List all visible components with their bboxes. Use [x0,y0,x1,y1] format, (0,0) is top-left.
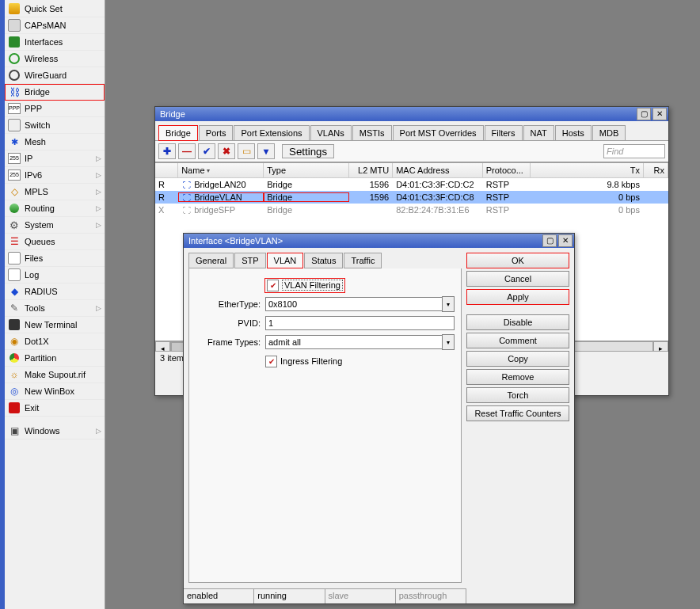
exit-icon [8,402,21,414]
table-row[interactable]: X⛶bridgeSFPBridge82:B2:24:7B:31:E6RSTP0 … [155,204,668,216]
table-row[interactable]: R⛶BridgeLAN20Bridge1596D4:01:C3:3F:CD:C2… [155,178,668,191]
ingress-filtering-label: Ingress Filtering [280,356,342,366]
tab-filters[interactable]: Filters [485,125,523,141]
ethertype-dropdown[interactable]: ▾ [442,296,455,312]
remove-button[interactable]: Remove [466,369,569,385]
cancel-button[interactable]: Cancel [466,271,569,287]
find-input[interactable]: Find [603,144,665,158]
reset-traffic-counters-button[interactable]: Reset Traffic Counters [466,405,569,421]
titlebar-interface[interactable]: Interface <BridgeVLAN> ▢ ✕ [184,234,574,248]
close-button[interactable]: ✕ [652,108,667,120]
settings-button[interactable]: Settings [282,144,334,158]
mpls-icon: ◇ [8,185,21,198]
disable-button[interactable]: ✖ [218,143,235,159]
tab-port-mst-overrides[interactable]: Port MST Overrides [393,125,484,141]
tab-ports[interactable]: Ports [199,125,234,141]
torch-button[interactable]: Torch [466,387,569,403]
column-name[interactable]: Name [178,163,264,177]
sidebar-item-tools[interactable]: ✎Tools▷ [5,300,105,317]
copy-button[interactable]: Copy [466,351,569,367]
ok-button[interactable]: OK [466,253,569,268]
dot1x-icon: ◉ [8,335,21,348]
sidebar-item-files[interactable]: Files [5,250,105,267]
add-button[interactable]: ✚ [158,143,176,159]
bridge-tabs: BridgePortsPort ExtensionsVLANsMSTIsPort… [155,121,668,140]
sidebar-item-ppp[interactable]: PPPPPP [5,101,105,117]
filter-button[interactable]: ▾ [257,143,275,159]
frametypes-dropdown[interactable]: ▾ [442,334,455,350]
tab-vlans[interactable]: VLANs [310,125,352,141]
sidebar-item-wireless[interactable]: Wireless [5,51,105,67]
tab-traffic[interactable]: Traffic [344,253,382,268]
sidebar-item-quick-set[interactable]: Quick Set [5,1,105,17]
column-l2-mtu[interactable]: L2 MTU [349,163,393,177]
comment-button[interactable]: ▭ [238,143,255,159]
sidebar-item-mesh[interactable]: ✱Mesh [5,134,105,150]
pvid-input[interactable] [265,316,455,330]
vlan-filtering-checkbox[interactable]: ✔ [267,280,279,291]
tab-general[interactable]: General [188,253,234,268]
column-protoco-[interactable]: Protoco... [483,163,531,177]
titlebar-bridge[interactable]: Bridge ▢ ✕ [155,107,668,121]
sidebar-item-capsman[interactable]: CAPsMAN [5,17,105,34]
sidebar-item-radius[interactable]: ◆RADIUS [5,284,105,300]
tab-mstis[interactable]: MSTIs [352,125,392,141]
minimize-button[interactable]: ▢ [637,108,651,120]
mesh-icon: ✱ [8,135,21,148]
column-flag[interactable] [155,163,178,177]
sidebar-item-make-supout-rif[interactable]: ☼Make Supout.rif [5,367,105,383]
chevron-right-icon: ▷ [96,221,101,229]
tab-nat[interactable]: NAT [523,125,554,141]
winbox-icon: ◎ [8,385,21,398]
sidebar-item-log[interactable]: Log [5,267,105,284]
minimize-button[interactable]: ▢ [542,234,557,247]
sidebar-item-new-terminal[interactable]: New Terminal [5,317,105,333]
sidebar-item-queues[interactable]: ☰Queues [5,234,105,250]
window-interface: Interface <BridgeVLAN> ▢ ✕ GeneralSTPVLA… [183,233,575,604]
frametypes-input[interactable] [265,335,443,349]
close-button[interactable]: ✕ [558,234,573,247]
tab-hosts[interactable]: Hosts [555,125,592,141]
tab-vlan[interactable]: VLAN [267,253,304,268]
tab-status[interactable]: Status [304,253,343,268]
interface-tabs: GeneralSTPVLANStatusTraffic [188,253,462,268]
radio-icon [8,52,21,65]
sidebar-item-wireguard[interactable]: WireGuard [5,67,105,84]
remove-button[interactable]: — [178,143,196,159]
disable-button[interactable]: Disable [466,314,569,330]
vlan-filtering-highlight: ✔ VLAN Filtering [265,279,344,292]
column-type[interactable]: Type [264,163,349,177]
tab-mdb[interactable]: MDB [592,125,626,141]
enable-button[interactable]: ✔ [198,143,215,159]
sidebar-item-windows[interactable]: ▣Windows▷ [5,423,105,440]
sidebar-item-routing[interactable]: Routing▷ [5,200,105,217]
sidebar-item-partition[interactable]: Partition [5,350,105,367]
tab-bridge[interactable]: Bridge [158,125,198,141]
sidebar-item-mpls[interactable]: ◇MPLS▷ [5,184,105,200]
ppp-icon: PPP [8,102,21,115]
term-icon [8,318,21,331]
table-row[interactable]: R⛶BridgeVLANBridge1596D4:01:C3:3F:CD:C8R… [155,191,668,204]
radius-icon: ◆ [8,285,21,298]
ingress-filtering-checkbox[interactable]: ✔ [265,356,277,367]
sidebar-item-interfaces[interactable]: Interfaces [5,34,105,51]
sidebar-item-ip[interactable]: 255IP▷ [5,150,105,167]
sidebar-item-exit[interactable]: Exit [5,400,105,417]
column-mac-address[interactable]: MAC Address [393,163,483,177]
sidebar-item-dot1x[interactable]: ◉Dot1X [5,333,105,350]
ethertype-input[interactable] [265,297,443,311]
sidebar-item-switch[interactable]: Switch [5,117,105,134]
tab-port-extensions[interactable]: Port Extensions [234,125,309,141]
sidebar-item-ipv6[interactable]: 255IPv6▷ [5,167,105,184]
sidebar-item-new-winbox[interactable]: ◎New WinBox [5,383,105,400]
column-tx[interactable]: Tx [531,163,644,177]
chevron-right-icon: ▷ [96,154,101,162]
column-rx[interactable]: Rx [644,163,668,177]
apply-button[interactable]: Apply [466,289,569,305]
sidebar-item-bridge[interactable]: ⛓Bridge [5,84,105,101]
green-icon [8,36,21,48]
sidebar-item-system[interactable]: ⚙System▷ [5,217,105,234]
gold-icon [8,2,21,15]
tab-stp[interactable]: STP [234,253,265,268]
comment-button[interactable]: Comment [466,333,569,348]
